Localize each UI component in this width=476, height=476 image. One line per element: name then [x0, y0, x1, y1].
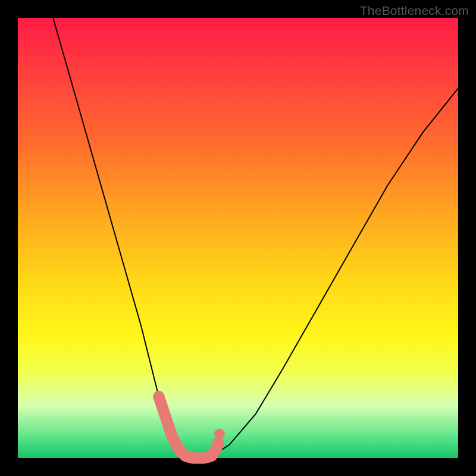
trough-dot [158, 405, 168, 415]
curve-svg [18, 18, 458, 458]
trough-dot [154, 392, 164, 402]
bottleneck-curve [53, 18, 458, 458]
trough-highlight [154, 392, 225, 464]
watermark-text: TheBottleneck.com [360, 4, 469, 18]
trough-dot [162, 418, 173, 428]
chart-frame: TheBottleneck.com [0, 0, 476, 476]
plot-area [18, 18, 458, 458]
trough-dot [214, 428, 225, 439]
